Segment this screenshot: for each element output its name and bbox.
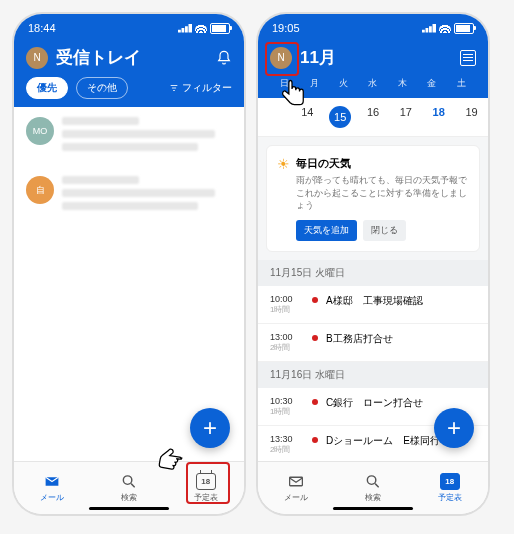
clock: 19:05 <box>272 22 300 34</box>
weekday-label: 火 <box>329 77 358 90</box>
filter-icon <box>169 83 179 93</box>
signal-icon <box>178 24 192 33</box>
bell-icon[interactable] <box>216 50 232 66</box>
status-bar: 18:44 <box>14 14 244 38</box>
weekday-label: 金 <box>417 77 446 90</box>
date-cell[interactable]: 17 <box>389 106 422 128</box>
weather-add-button[interactable]: 天気を追加 <box>296 220 357 241</box>
battery-icon <box>454 23 474 34</box>
search-icon <box>119 473 139 490</box>
event-time: 10:301時間 <box>270 396 304 417</box>
wifi-icon <box>195 24 207 33</box>
event-time: 13:302時間 <box>270 434 304 455</box>
search-icon <box>363 473 383 490</box>
event-dot-icon <box>312 335 318 341</box>
home-indicator <box>333 507 413 510</box>
home-indicator <box>89 507 169 510</box>
weather-title: 毎日の天気 <box>296 156 469 171</box>
tab-mail[interactable]: メール <box>258 462 335 514</box>
event-row[interactable]: 10:001時間A様邸 工事現場確認 <box>258 286 488 324</box>
day-header: 11月16日 水曜日 <box>258 362 488 388</box>
new-event-fab[interactable]: + <box>434 408 474 448</box>
calendar-icon: 18 <box>440 473 460 490</box>
sender-avatar: MO <box>26 117 54 145</box>
mail-icon <box>42 473 62 490</box>
event-dot-icon <box>312 437 318 443</box>
highlight-calendar-tab <box>186 462 230 504</box>
event-time: 10:001時間 <box>270 294 304 315</box>
tab-mail[interactable]: メール <box>14 462 91 514</box>
mail-header: N 受信トレイ 優先 その他 フィルター <box>14 38 244 107</box>
event-title: A様邸 工事現場確認 <box>326 294 476 308</box>
tab-calendar[interactable]: 18 予定表 <box>411 462 488 514</box>
svg-point-2 <box>367 476 376 485</box>
tapping-hand-icon <box>272 74 312 114</box>
mail-screen: 18:44 N 受信トレイ 優先 その他 フィルター MO自 + メール 検索 <box>14 14 244 514</box>
date-cell[interactable]: 19 <box>455 106 488 128</box>
event-dot-icon <box>312 399 318 405</box>
battery-icon <box>210 23 230 34</box>
svg-point-0 <box>123 476 131 485</box>
month-title[interactable]: 11月 <box>300 46 452 69</box>
filter-button[interactable]: フィルター <box>169 81 232 95</box>
status-bar: 19:05 <box>258 14 488 38</box>
weekday-label: 土 <box>447 77 476 90</box>
clock: 18:44 <box>28 22 56 34</box>
date-cell[interactable]: 16 <box>357 106 390 128</box>
wifi-icon <box>439 24 451 33</box>
profile-avatar[interactable]: N <box>26 47 48 69</box>
date-cell[interactable]: 18 <box>422 106 455 128</box>
sender-avatar: 自 <box>26 176 54 204</box>
sun-icon: ☀ <box>277 156 290 172</box>
mail-preview <box>62 117 232 156</box>
mail-preview <box>62 176 232 215</box>
pointing-hand-icon <box>149 436 189 476</box>
highlight-avatar <box>265 42 299 76</box>
mail-item[interactable]: MO <box>14 107 244 166</box>
inbox-title: 受信トレイ <box>56 46 208 69</box>
weather-close-button[interactable]: 閉じる <box>363 220 406 241</box>
signal-icon <box>422 24 436 33</box>
day-header: 11月15日 火曜日 <box>258 260 488 286</box>
weather-desc: 雨が降っても晴れても、毎日の天気予報でこれから起こることに対する準備をしましょう <box>296 174 469 212</box>
calendar-screen: 19:05 N 11月 日月火水木金土 141516171819 ☀ 毎日の天気… <box>258 14 488 514</box>
tab-other[interactable]: その他 <box>76 77 128 99</box>
compose-fab[interactable]: + <box>190 408 230 448</box>
weather-card: ☀ 毎日の天気 雨が降っても晴れても、毎日の天気予報でこれから起こることに対する… <box>266 145 480 252</box>
event-dot-icon <box>312 297 318 303</box>
agenda-view-icon[interactable] <box>460 50 476 66</box>
event-title: B工務店打合せ <box>326 332 476 346</box>
weekday-label: 水 <box>358 77 387 90</box>
tab-priority[interactable]: 優先 <box>26 77 68 99</box>
weekday-label: 木 <box>388 77 417 90</box>
date-cell[interactable]: 15 <box>324 106 357 128</box>
mail-item[interactable]: 自 <box>14 166 244 225</box>
event-row[interactable]: 13:002時間B工務店打合せ <box>258 324 488 362</box>
mail-icon <box>286 473 306 490</box>
event-time: 13:002時間 <box>270 332 304 353</box>
